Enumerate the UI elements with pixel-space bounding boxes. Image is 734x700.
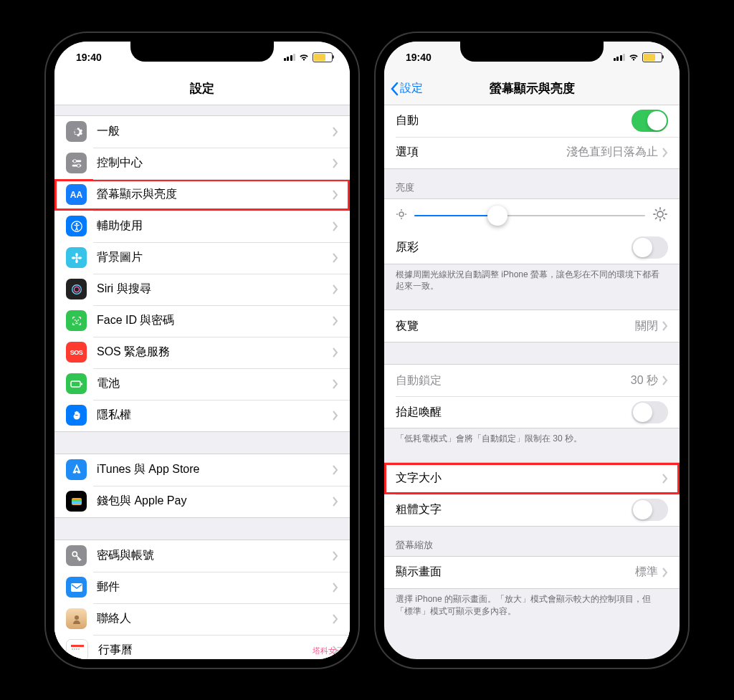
status-icons: [614, 52, 663, 62]
chevron-right-icon: [662, 321, 668, 331]
notch: [460, 42, 604, 62]
brightness-slider[interactable]: [414, 215, 645, 216]
row-accessibility[interactable]: 輔助使用: [54, 211, 350, 242]
row-faceid[interactable]: Face ID 與密碼: [54, 305, 350, 337]
row-mail[interactable]: 郵件: [54, 572, 350, 603]
chevron-right-icon: [333, 411, 338, 421]
chevron-right-icon: [333, 379, 338, 389]
svg-point-22: [75, 615, 79, 620]
mail-icon: [66, 577, 87, 598]
svg-rect-18: [72, 499, 82, 502]
row-label: 抬起喚醒: [396, 405, 631, 420]
chevron-right-icon: [662, 375, 668, 385]
svg-line-39: [664, 218, 664, 219]
row-night-shift[interactable]: 夜覽 關閉: [384, 310, 680, 342]
accessibility-icon: [66, 216, 87, 236]
row-options[interactable]: 選項 淺色直到日落為止: [384, 137, 680, 168]
content-right[interactable]: 自動 選項 淺色直到日落為止 亮度 原彩 根據周圍光線狀況自動調整 iPhone…: [384, 105, 680, 659]
battery-icon: [66, 373, 87, 394]
nav-bar: 設定: [54, 73, 350, 105]
row-display-zoom[interactable]: 顯示畫面 標準: [384, 557, 680, 588]
brightness-slider-row[interactable]: [384, 199, 680, 232]
switch-auto[interactable]: [631, 110, 668, 132]
zoom-header: 螢幕縮放: [384, 527, 680, 556]
row-label: Face ID 與密碼: [97, 313, 333, 328]
switch-bold-text[interactable]: [631, 499, 668, 521]
row-contacts[interactable]: 聯絡人: [54, 603, 350, 635]
row-value: 關閉: [635, 319, 658, 334]
chevron-right-icon: [333, 158, 338, 168]
row-value: 淺色直到日落為止: [566, 145, 658, 160]
row-label: 行事曆: [98, 643, 333, 658]
chevron-right-icon: [333, 497, 338, 507]
chevron-right-icon: [333, 614, 338, 624]
svg-point-3: [77, 163, 80, 167]
zoom-footer: 選擇 iPhone 的顯示畫面。「放大」模式會顯示較大的控制項目，但「標準」模式…: [384, 589, 680, 620]
hand-icon: [66, 405, 87, 426]
phone-mockup-left: 19:40 設定 一般 控制中心 AA 螢幕顯示與亮度: [44, 32, 360, 669]
row-auto[interactable]: 自動: [384, 105, 680, 137]
back-label: 設定: [400, 81, 423, 96]
row-wallpaper[interactable]: 背景圖片: [54, 242, 350, 274]
status-time: 19:40: [76, 52, 102, 63]
svg-point-9: [71, 256, 75, 259]
row-display-brightness[interactable]: AA 螢幕顯示與亮度: [54, 179, 350, 211]
calendar-icon: [66, 639, 88, 659]
row-raise-to-wake[interactable]: 抬起喚醒: [384, 396, 680, 428]
wallet-icon: [66, 491, 87, 512]
svg-rect-25: [74, 648, 75, 650]
row-sos[interactable]: SOS SOS 緊急服務: [54, 337, 350, 368]
row-bold-text[interactable]: 粗體文字: [384, 494, 680, 526]
watermark: 塔科女子: [313, 646, 344, 656]
row-label: SOS 緊急服務: [97, 345, 333, 360]
row-appstore[interactable]: iTunes 與 App Store: [54, 454, 350, 486]
svg-point-12: [74, 287, 79, 292]
row-text-size[interactable]: 文字大小: [384, 463, 680, 494]
row-calendar[interactable]: 行事曆: [54, 635, 350, 659]
row-label: 聯絡人: [97, 611, 333, 626]
row-general[interactable]: 一般: [54, 116, 350, 148]
status-time: 19:40: [406, 52, 432, 63]
key-icon: [66, 545, 87, 566]
content-left[interactable]: 一般 控制中心 AA 螢幕顯示與亮度 輔助使用 背景圖片: [54, 105, 350, 659]
screen-left: 19:40 設定 一般 控制中心 AA 螢幕顯示與亮度: [54, 42, 350, 659]
svg-point-11: [72, 284, 81, 294]
chevron-right-icon: [333, 127, 338, 137]
row-wallet[interactable]: 錢包與 Apple Pay: [54, 486, 350, 517]
chevron-right-icon: [333, 190, 338, 200]
battery-icon: [313, 52, 333, 62]
back-button[interactable]: 設定: [390, 81, 423, 96]
row-label: 原彩: [396, 240, 631, 255]
svg-point-8: [75, 259, 78, 262]
phone-mockup-right: 19:40 設定 螢幕顯示與亮度 自動 選項 淺色直到日落為止 亮度: [374, 32, 690, 669]
cellular-icon: [614, 54, 626, 61]
svg-point-14: [77, 319, 79, 320]
switch-true-tone[interactable]: [631, 236, 668, 259]
svg-rect-19: [72, 502, 82, 504]
nav-title: 螢幕顯示與亮度: [490, 80, 575, 97]
row-label: 夜覽: [396, 319, 635, 334]
row-label: 選項: [396, 145, 566, 160]
appstore-icon: [66, 459, 87, 480]
svg-point-7: [75, 252, 78, 256]
row-label: 郵件: [97, 580, 333, 595]
row-label: 粗體文字: [396, 502, 631, 517]
chevron-right-icon: [333, 582, 338, 593]
svg-point-5: [75, 222, 77, 224]
row-true-tone[interactable]: 原彩: [384, 232, 680, 264]
row-control-center[interactable]: 控制中心: [54, 148, 350, 179]
switch-raise-to-wake[interactable]: [631, 401, 668, 423]
row-value: 30 秒: [631, 373, 658, 388]
lpm-footer: 「低耗電模式」會將「自動鎖定」限制在 30 秒。: [384, 428, 680, 448]
svg-rect-15: [71, 381, 80, 387]
svg-line-38: [656, 209, 657, 210]
row-privacy[interactable]: 隱私權: [54, 400, 350, 431]
chevron-right-icon: [333, 316, 338, 326]
svg-point-33: [657, 211, 663, 217]
row-siri[interactable]: Siri 與搜尋: [54, 274, 350, 305]
cellular-icon: [284, 54, 296, 61]
battery-icon: [642, 52, 662, 62]
row-passwords[interactable]: 密碼與帳號: [54, 540, 350, 572]
row-battery[interactable]: 電池: [54, 368, 350, 400]
row-label: 顯示畫面: [396, 565, 635, 580]
